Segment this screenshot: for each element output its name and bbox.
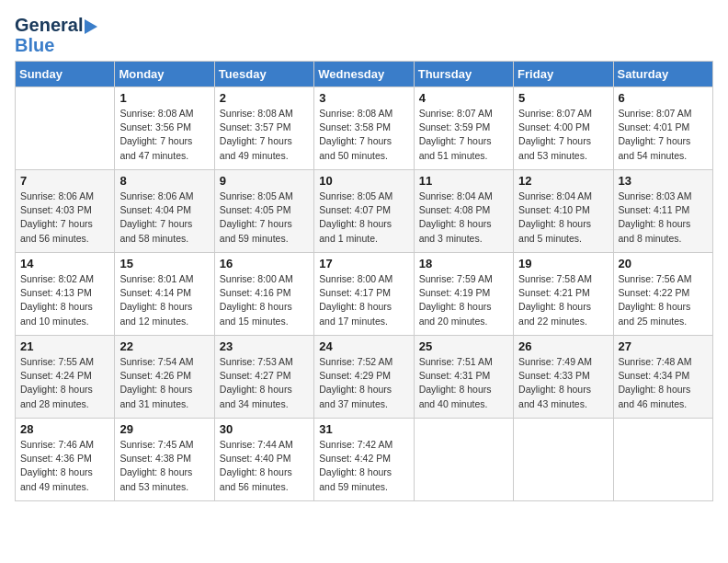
daylight-text: Daylight: 8 hours and 56 minutes.: [220, 466, 292, 491]
sunrise-text: Sunrise: 8:05 AM: [319, 190, 392, 201]
calendar-table: SundayMondayTuesdayWednesdayThursdayFrid…: [15, 61, 713, 501]
day-number: 31: [319, 422, 408, 436]
sunset-text: Sunset: 4:24 PM: [20, 370, 92, 381]
calendar-cell: 17 Sunrise: 8:00 AM Sunset: 4:17 PM Dayl…: [314, 253, 414, 336]
sunrise-text: Sunrise: 7:45 AM: [119, 439, 193, 450]
daylight-text: Daylight: 8 hours and 1 minute.: [319, 218, 392, 243]
day-number: 16: [220, 257, 309, 270]
day-info: Sunrise: 8:00 AM Sunset: 4:17 PM Dayligh…: [319, 272, 408, 328]
calendar-cell: 4 Sunrise: 8:07 AM Sunset: 3:59 PM Dayli…: [414, 87, 513, 170]
sunset-text: Sunset: 3:59 PM: [419, 121, 491, 132]
day-number: 1: [119, 91, 209, 105]
sunset-text: Sunset: 4:21 PM: [518, 287, 590, 298]
calendar-cell: 28 Sunrise: 7:46 AM Sunset: 4:36 PM Dayl…: [16, 419, 115, 501]
sunset-text: Sunset: 4:29 PM: [319, 370, 391, 381]
sunrise-text: Sunrise: 8:00 AM: [220, 273, 293, 284]
calendar-week-1: 1 Sunrise: 8:08 AM Sunset: 3:56 PM Dayli…: [16, 87, 713, 170]
page-header: General Blue: [15, 15, 713, 55]
day-info: Sunrise: 8:01 AM Sunset: 4:14 PM Dayligh…: [119, 272, 209, 328]
sunset-text: Sunset: 4:17 PM: [319, 287, 391, 298]
day-number: 26: [518, 339, 608, 353]
sunset-text: Sunset: 4:27 PM: [220, 370, 291, 381]
calendar-cell: 24 Sunrise: 7:52 AM Sunset: 4:29 PM Dayl…: [314, 336, 414, 419]
header-saturday: Saturday: [613, 62, 712, 87]
daylight-text: Daylight: 8 hours and 46 minutes.: [619, 384, 691, 408]
day-info: Sunrise: 8:00 AM Sunset: 4:16 PM Dayligh…: [220, 272, 309, 328]
daylight-text: Daylight: 8 hours and 37 minutes.: [319, 384, 392, 408]
calendar-cell: [613, 419, 712, 501]
calendar-cell: 14 Sunrise: 8:02 AM Sunset: 4:13 PM Dayl…: [16, 253, 115, 336]
calendar-cell: 21 Sunrise: 7:55 AM Sunset: 4:24 PM Dayl…: [16, 336, 115, 419]
day-number: 12: [518, 174, 608, 188]
calendar-cell: 7 Sunrise: 8:06 AM Sunset: 4:03 PM Dayli…: [16, 170, 115, 253]
daylight-text: Daylight: 7 hours and 56 minutes.: [20, 218, 93, 243]
daylight-text: Daylight: 7 hours and 54 minutes.: [619, 135, 691, 160]
day-number: 20: [619, 257, 708, 270]
header-sunday: Sunday: [16, 62, 115, 87]
sunrise-text: Sunrise: 7:59 AM: [419, 273, 493, 284]
sunrise-text: Sunrise: 7:42 AM: [319, 439, 392, 450]
header-monday: Monday: [115, 62, 214, 87]
day-info: Sunrise: 8:07 AM Sunset: 3:59 PM Dayligh…: [419, 107, 508, 163]
day-info: Sunrise: 7:42 AM Sunset: 4:42 PM Dayligh…: [319, 438, 408, 494]
header-wednesday: Wednesday: [314, 62, 414, 87]
sunrise-text: Sunrise: 7:48 AM: [619, 356, 692, 367]
sunset-text: Sunset: 4:22 PM: [619, 287, 690, 298]
sunrise-text: Sunrise: 7:52 AM: [319, 356, 392, 367]
sunset-text: Sunset: 3:56 PM: [119, 121, 191, 132]
sunset-text: Sunset: 4:10 PM: [518, 204, 590, 215]
sunset-text: Sunset: 4:38 PM: [119, 453, 191, 464]
day-info: Sunrise: 7:51 AM Sunset: 4:31 PM Dayligh…: [419, 355, 508, 411]
daylight-text: Daylight: 8 hours and 25 minutes.: [619, 301, 691, 326]
calendar-cell: 18 Sunrise: 7:59 AM Sunset: 4:19 PM Dayl…: [414, 253, 513, 336]
logo-blue: Blue: [15, 35, 54, 55]
sunrise-text: Sunrise: 7:56 AM: [619, 273, 692, 284]
sunset-text: Sunset: 3:58 PM: [319, 121, 391, 132]
header-tuesday: Tuesday: [214, 62, 313, 87]
sunset-text: Sunset: 4:42 PM: [319, 453, 391, 464]
sunrise-text: Sunrise: 8:05 AM: [220, 190, 293, 201]
calendar-cell: 22 Sunrise: 7:54 AM Sunset: 4:26 PM Dayl…: [115, 336, 214, 419]
calendar-cell: 30 Sunrise: 7:44 AM Sunset: 4:40 PM Dayl…: [214, 419, 313, 501]
day-number: 8: [119, 174, 209, 188]
day-info: Sunrise: 7:59 AM Sunset: 4:19 PM Dayligh…: [419, 272, 508, 328]
day-number: 2: [220, 91, 309, 105]
daylight-text: Daylight: 8 hours and 5 minutes.: [518, 218, 591, 243]
sunrise-text: Sunrise: 8:06 AM: [119, 190, 193, 201]
day-number: 23: [220, 339, 309, 353]
daylight-text: Daylight: 8 hours and 22 minutes.: [518, 301, 591, 326]
day-info: Sunrise: 7:46 AM Sunset: 4:36 PM Dayligh…: [20, 438, 109, 494]
daylight-text: Daylight: 8 hours and 49 minutes.: [20, 466, 93, 491]
day-info: Sunrise: 8:03 AM Sunset: 4:11 PM Dayligh…: [619, 190, 708, 246]
sunrise-text: Sunrise: 8:07 AM: [419, 108, 493, 119]
sunset-text: Sunset: 4:33 PM: [518, 370, 590, 381]
sunset-text: Sunset: 4:36 PM: [20, 453, 92, 464]
calendar-cell: 2 Sunrise: 8:08 AM Sunset: 3:57 PM Dayli…: [214, 87, 313, 170]
day-number: 3: [319, 91, 408, 105]
sunrise-text: Sunrise: 8:00 AM: [319, 273, 392, 284]
calendar-week-2: 7 Sunrise: 8:06 AM Sunset: 4:03 PM Dayli…: [16, 170, 713, 253]
day-number: 19: [518, 257, 608, 270]
day-number: 4: [419, 91, 508, 105]
day-number: 28: [20, 422, 109, 436]
day-info: Sunrise: 7:55 AM Sunset: 4:24 PM Dayligh…: [20, 355, 109, 411]
day-number: 30: [220, 422, 309, 436]
daylight-text: Daylight: 8 hours and 31 minutes.: [119, 384, 192, 408]
daylight-text: Daylight: 8 hours and 59 minutes.: [319, 466, 392, 491]
sunrise-text: Sunrise: 7:54 AM: [119, 356, 193, 367]
daylight-text: Daylight: 8 hours and 17 minutes.: [319, 301, 392, 326]
daylight-text: Daylight: 8 hours and 43 minutes.: [518, 384, 591, 408]
day-info: Sunrise: 8:08 AM Sunset: 3:58 PM Dayligh…: [319, 107, 408, 163]
day-info: Sunrise: 7:44 AM Sunset: 4:40 PM Dayligh…: [220, 438, 309, 494]
day-number: 9: [220, 174, 309, 188]
sunset-text: Sunset: 4:07 PM: [319, 204, 391, 215]
day-info: Sunrise: 8:07 AM Sunset: 4:01 PM Dayligh…: [619, 107, 708, 163]
day-info: Sunrise: 8:07 AM Sunset: 4:00 PM Dayligh…: [518, 107, 608, 163]
sunrise-text: Sunrise: 8:08 AM: [319, 108, 392, 119]
sunrise-text: Sunrise: 7:53 AM: [220, 356, 293, 367]
calendar-cell: 26 Sunrise: 7:49 AM Sunset: 4:33 PM Dayl…: [514, 336, 613, 419]
day-info: Sunrise: 8:05 AM Sunset: 4:05 PM Dayligh…: [220, 190, 309, 246]
daylight-text: Daylight: 8 hours and 3 minutes.: [419, 218, 492, 243]
sunset-text: Sunset: 4:14 PM: [119, 287, 191, 298]
sunset-text: Sunset: 4:31 PM: [419, 370, 491, 381]
